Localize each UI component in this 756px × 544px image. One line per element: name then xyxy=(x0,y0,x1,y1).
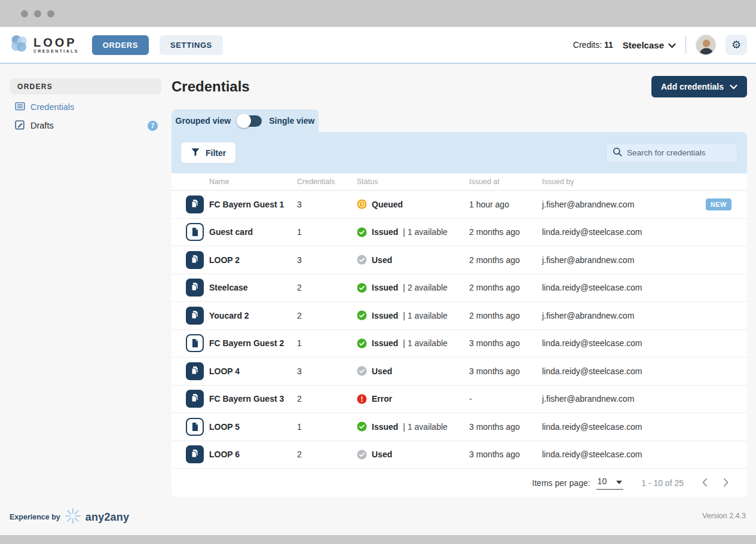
column-header-issued-at: Issued at xyxy=(469,178,542,186)
grouped-view-label: Grouped view xyxy=(176,116,231,126)
status-label: Error xyxy=(372,394,392,404)
sidebar: ORDERS Credentials Drafts 7 xyxy=(0,64,161,132)
any2any-wordmark: any2any xyxy=(85,511,129,524)
items-per-page-label: Items per page: xyxy=(532,478,590,488)
issued-at: 2 months ago xyxy=(469,255,542,265)
page-range: 1 - 10 of 25 xyxy=(641,478,684,488)
status-detail: | 1 available xyxy=(403,338,447,348)
nav-tab-settings[interactable]: SETTINGS xyxy=(160,35,223,55)
window-dot[interactable] xyxy=(21,10,28,17)
credential-name: Steelcase xyxy=(209,283,297,292)
search-icon xyxy=(613,147,622,159)
settings-gear-button[interactable]: ⚙ xyxy=(726,35,747,55)
org-name: Steelcase xyxy=(623,40,664,50)
window-titlebar xyxy=(0,0,756,27)
status-cell: Used xyxy=(357,366,469,376)
footer-brand: Experience by any2any xyxy=(10,508,129,526)
credential-name: FC Bayern Guest 2 xyxy=(209,338,297,348)
status-detail: | 1 available xyxy=(403,227,447,237)
credential-name: LOOP 6 xyxy=(209,450,297,459)
next-page-button[interactable] xyxy=(721,475,731,491)
table-row[interactable]: LOOP 62Used3 months agolinda.reidy@steel… xyxy=(172,441,747,469)
avatar[interactable] xyxy=(696,35,716,55)
window-dot[interactable] xyxy=(47,10,54,17)
search-box xyxy=(606,143,737,163)
issued-at: 2 months ago xyxy=(469,311,542,320)
table-row[interactable]: LOOP 43Used3 months agolinda.reidy@steel… xyxy=(172,357,747,386)
status-cell: Issued| 2 available xyxy=(357,283,469,293)
document-copy-icon xyxy=(186,251,204,269)
column-header-name: Name xyxy=(209,178,297,186)
credential-name: Guest card xyxy=(209,227,297,237)
document-copy-icon xyxy=(186,307,204,325)
sidebar-item-label: Credentials xyxy=(30,102,74,112)
nav-tab-orders[interactable]: ORDERS xyxy=(92,35,149,55)
document-icon xyxy=(186,334,204,352)
items-per-page-select[interactable]: 10 xyxy=(596,476,624,490)
issued-at: 2 months ago xyxy=(469,283,542,292)
window-dot[interactable] xyxy=(34,10,41,17)
table-row[interactable]: FC Bayern Guest 13Queued1 hour agoj.fish… xyxy=(172,191,747,219)
chevron-down-icon xyxy=(730,82,737,91)
any2any-burst-icon xyxy=(65,508,81,526)
credential-count: 1 xyxy=(297,227,357,237)
items-per-page-value: 10 xyxy=(598,476,607,486)
status-label: Used xyxy=(372,450,392,459)
credential-count: 2 xyxy=(297,450,357,459)
prev-page-button[interactable] xyxy=(699,475,710,491)
document-copy-icon xyxy=(186,362,204,380)
issued-by: j.fisher@abrandnew.com xyxy=(542,255,693,265)
logo-line2: CREDENTIALS xyxy=(33,50,79,54)
credits-value: 11 xyxy=(604,40,613,50)
view-toggle-switch[interactable] xyxy=(238,115,262,127)
sidebar-item-credentials[interactable]: Credentials xyxy=(0,101,161,113)
sidebar-item-drafts[interactable]: Drafts 7 xyxy=(0,120,161,132)
issued-by: j.fisher@abrandnew.com xyxy=(542,200,693,209)
status-cell: Issued| 1 available xyxy=(357,310,469,320)
chevron-down-icon xyxy=(668,40,676,50)
document-icon xyxy=(186,223,204,241)
issued-by: linda.reidy@steelcase.com xyxy=(542,366,693,376)
single-view-label: Single view xyxy=(269,116,314,126)
bottom-scrollbar[interactable] xyxy=(0,535,756,544)
table-row[interactable]: LOOP 51Issued| 1 available3 months agoli… xyxy=(172,413,747,441)
table-row[interactable]: Steelcase2Issued| 2 available2 months ag… xyxy=(172,274,747,302)
issued-at: 2 months ago xyxy=(469,227,542,237)
main-content: Credentials Add credentials Grouped view… xyxy=(172,64,747,497)
table-row[interactable]: LOOP 23Used2 months agoj.fisher@abrandne… xyxy=(172,246,747,274)
status-detail: | 2 available xyxy=(403,283,447,292)
list-icon xyxy=(15,101,25,113)
credential-count: 3 xyxy=(297,200,357,209)
issued-by: linda.reidy@steelcase.com xyxy=(542,227,693,237)
credential-name: Youcard 2 xyxy=(209,311,297,320)
credential-count: 3 xyxy=(297,255,357,265)
status-used-icon xyxy=(357,366,367,376)
org-selector[interactable]: Steelcase xyxy=(623,40,676,50)
dropdown-arrow-icon xyxy=(616,476,622,486)
table-body: FC Bayern Guest 13Queued1 hour agoj.fish… xyxy=(172,191,747,469)
credential-name: LOOP 5 xyxy=(209,422,297,432)
status-used-icon xyxy=(357,450,367,460)
status-issued-icon xyxy=(357,283,367,293)
status-label: Issued xyxy=(372,283,398,292)
filter-button[interactable]: Filter xyxy=(181,142,235,163)
credential-name: FC Bayern Guest 3 xyxy=(209,394,297,404)
document-copy-icon xyxy=(186,195,204,213)
table-row[interactable]: Youcard 22Issued| 1 available2 months ag… xyxy=(172,302,747,330)
search-input[interactable] xyxy=(627,148,731,157)
issued-at: 3 months ago xyxy=(469,366,542,376)
table-row[interactable]: FC Bayern Guest 32Error-j.fisher@abrandn… xyxy=(172,386,747,414)
status-cell: Used xyxy=(357,450,469,460)
header-divider xyxy=(685,36,686,54)
add-credentials-button[interactable]: Add credentials xyxy=(651,76,747,97)
status-label: Queued xyxy=(372,200,403,209)
credential-name: LOOP 4 xyxy=(209,366,297,376)
logo-line1: LOOP xyxy=(33,36,79,48)
table-row[interactable]: FC Bayern Guest 21Issued| 1 available3 m… xyxy=(172,330,747,358)
app-header: LOOP CREDENTIALS ORDERS SETTINGS Credits… xyxy=(0,27,756,64)
status-issued-icon xyxy=(357,310,367,320)
issued-by: linda.reidy@steelcase.com xyxy=(542,422,693,432)
table-row[interactable]: Guest card1Issued| 1 available2 months a… xyxy=(172,219,747,247)
issued-by: linda.reidy@steelcase.com xyxy=(542,338,693,348)
status-cell: Queued xyxy=(357,199,469,209)
